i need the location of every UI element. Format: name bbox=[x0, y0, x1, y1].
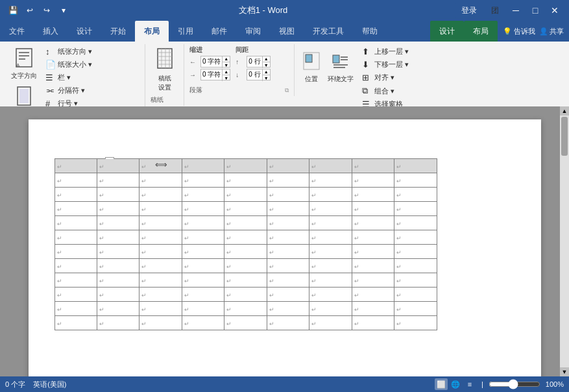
indent-right-spinner[interactable]: ▲ ▼ bbox=[222, 69, 230, 81]
table-cell[interactable]: ↵ bbox=[224, 302, 267, 316]
table-cell[interactable]: ↵ bbox=[224, 173, 267, 188]
table-cell[interactable]: ↵ bbox=[54, 159, 97, 173]
table-cell[interactable]: ↵ bbox=[54, 316, 97, 330]
table-cell[interactable]: ↵ bbox=[394, 230, 437, 245]
table-cell[interactable]: ↵ bbox=[54, 245, 97, 259]
customize-quick-btn[interactable]: ▾ bbox=[56, 3, 71, 18]
table-cell[interactable]: ↵ bbox=[97, 188, 139, 202]
table-cell[interactable]: ↵ bbox=[224, 288, 267, 302]
table-cell[interactable]: ↵ bbox=[267, 302, 309, 316]
tab-reference[interactable]: 引用 bbox=[169, 21, 202, 42]
table-cell[interactable]: ↵ bbox=[182, 302, 224, 316]
table-cell[interactable]: ↵ bbox=[394, 302, 437, 316]
table-cell[interactable]: ↵ bbox=[182, 259, 224, 273]
table-cell[interactable]: ↵ bbox=[309, 230, 352, 245]
tab-design[interactable]: 设计 bbox=[67, 21, 101, 42]
table-cell[interactable]: ↵ bbox=[139, 188, 182, 202]
indent-left-down[interactable]: ▼ bbox=[223, 62, 230, 68]
paper-size-button[interactable]: 📄 纸张大小 ▾ bbox=[43, 58, 95, 71]
table-cell[interactable]: ↵ bbox=[97, 288, 139, 302]
table-cell[interactable]: ↵ bbox=[139, 202, 182, 216]
table-cell[interactable]: ↵ bbox=[352, 302, 394, 316]
table-cell[interactable]: ↵ bbox=[352, 188, 394, 202]
wrap-text-button[interactable]: 环绕文字 bbox=[324, 45, 357, 90]
table-cell[interactable]: ↵ bbox=[54, 273, 97, 288]
columns-button[interactable]: ☰ 栏 ▾ bbox=[43, 71, 95, 84]
align-button[interactable]: ⊞ 对齐 ▾ bbox=[359, 71, 411, 84]
help-search-btn[interactable]: 💡 告诉我 bbox=[503, 27, 535, 36]
table-cell[interactable]: ↵ bbox=[267, 288, 309, 302]
table-cell[interactable]: ↵ bbox=[224, 188, 267, 202]
scroll-down-arrow[interactable]: ▼ bbox=[560, 367, 569, 376]
table-cell[interactable]: ↵ bbox=[352, 230, 394, 245]
table-cell[interactable]: ↵ bbox=[394, 288, 437, 302]
table-cell[interactable]: ↵ bbox=[139, 230, 182, 245]
table-cell[interactable]: ↵ bbox=[267, 159, 309, 173]
spacing-before-spinner[interactable]: ▲ ▼ bbox=[262, 56, 270, 68]
table-cell[interactable]: ↵ bbox=[309, 202, 352, 216]
table-cell[interactable]: ↵ bbox=[224, 316, 267, 330]
table-cell[interactable]: ↵ bbox=[309, 288, 352, 302]
table-cell[interactable]: ↵ bbox=[224, 245, 267, 259]
breaks-button[interactable]: ⫘ 分隔符 ▾ bbox=[43, 84, 95, 97]
table-cell[interactable]: ↵ bbox=[97, 316, 139, 330]
tab-insert[interactable]: 插入 bbox=[34, 21, 67, 42]
table-cell[interactable]: ↵ bbox=[309, 159, 352, 173]
table-cell[interactable]: ↵ bbox=[352, 202, 394, 216]
zoom-slider[interactable] bbox=[489, 380, 540, 389]
table-cell[interactable]: ↵ bbox=[352, 216, 394, 230]
table-cell[interactable]: ↵ bbox=[309, 273, 352, 288]
table-cell[interactable]: ↵ bbox=[224, 159, 267, 173]
table-cell[interactable]: ↵ bbox=[54, 202, 97, 216]
spacing-after-spinner[interactable]: ▲ ▼ bbox=[262, 69, 270, 81]
scroll-up-arrow[interactable]: ▲ bbox=[560, 106, 569, 116]
table-cell[interactable]: ↵ bbox=[224, 259, 267, 273]
table-cell[interactable]: ↵ bbox=[267, 230, 309, 245]
table-cell[interactable]: ↵ bbox=[309, 259, 352, 273]
table-cell[interactable]: ↵ bbox=[139, 216, 182, 230]
table-cell[interactable]: ↵ bbox=[97, 273, 139, 288]
table-cell[interactable]: ↵ bbox=[267, 259, 309, 273]
table-cell[interactable]: ↵ bbox=[352, 288, 394, 302]
position-button[interactable]: 位置 bbox=[300, 45, 323, 90]
table-cell[interactable]: ↵ bbox=[309, 188, 352, 202]
column-resize-indicator[interactable]: ⟺ bbox=[155, 160, 167, 169]
table-cell[interactable]: ↵ bbox=[394, 245, 437, 259]
redo-quick-btn[interactable]: ↪ bbox=[39, 3, 54, 18]
bring-forward-button[interactable]: ⬆ 上移一层 ▾ bbox=[359, 45, 411, 58]
table-cell[interactable]: ↵ bbox=[54, 302, 97, 316]
spacing-before-down[interactable]: ▼ bbox=[263, 62, 270, 68]
table-cell[interactable]: ↵ bbox=[309, 173, 352, 188]
table-cell[interactable]: ↵ bbox=[394, 159, 437, 173]
spacing-after-down[interactable]: ▼ bbox=[263, 75, 270, 81]
table-cell[interactable]: ↵ bbox=[224, 273, 267, 288]
table-cell[interactable]: ↵ bbox=[97, 302, 139, 316]
table-cell[interactable]: ↵ bbox=[182, 216, 224, 230]
table-cell[interactable]: ↵ bbox=[54, 216, 97, 230]
table-cell[interactable]: ↵ bbox=[224, 216, 267, 230]
table-cell[interactable]: ↵ bbox=[182, 202, 224, 216]
table-cell[interactable]: ↵ bbox=[352, 245, 394, 259]
table-cell[interactable]: ↵ bbox=[182, 159, 224, 173]
indent-left-input[interactable]: 0 字符 ▲ ▼ bbox=[200, 56, 230, 67]
table-cell[interactable]: ↵ bbox=[394, 202, 437, 216]
table-cell[interactable]: ↵ bbox=[182, 288, 224, 302]
tab-view[interactable]: 视图 bbox=[270, 21, 304, 42]
table-cell[interactable]: ↵ bbox=[182, 273, 224, 288]
table-cell[interactable]: ↵ bbox=[139, 273, 182, 288]
table-cell[interactable]: ↵ bbox=[97, 259, 139, 273]
table-cell[interactable]: ↵ bbox=[97, 216, 139, 230]
table-cell[interactable]: ↵ bbox=[394, 259, 437, 273]
table-cell[interactable]: ↵ bbox=[267, 316, 309, 330]
table-cell[interactable]: ↵ bbox=[139, 245, 182, 259]
table-cell[interactable]: ↵ bbox=[394, 173, 437, 188]
spacing-before-input[interactable]: 0 行 ▲ ▼ bbox=[247, 56, 270, 67]
indent-left-up[interactable]: ▲ bbox=[223, 56, 230, 62]
table-cell[interactable]: ↵ bbox=[309, 302, 352, 316]
table-cell[interactable]: ↵ bbox=[267, 245, 309, 259]
table-cell[interactable]: ↵ bbox=[394, 316, 437, 330]
table-cell[interactable]: ↵ bbox=[352, 159, 394, 173]
draft-setup-button[interactable]: 稿纸设置 bbox=[152, 45, 177, 94]
table-cell[interactable]: ↵ bbox=[267, 173, 309, 188]
table-cell[interactable]: ↵ bbox=[97, 159, 139, 173]
